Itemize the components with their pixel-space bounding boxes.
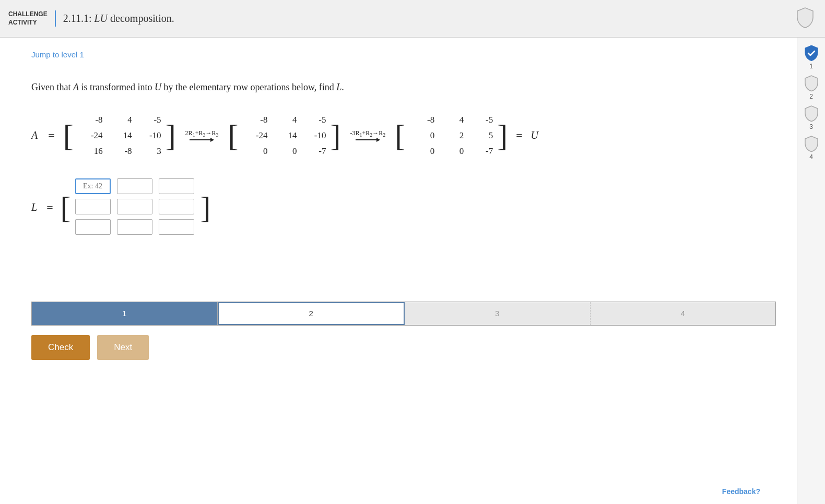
op2-text: -3R1+R2→R2 — [350, 129, 385, 138]
matrix-u-brackets: [ -84-502500-7 ] — [395, 111, 508, 161]
l-matrix-input-2-0[interactable] — [75, 219, 111, 235]
op1-arrow: 2R1+R3→R3 — [185, 129, 219, 142]
matrix-cell: -24 — [251, 130, 267, 141]
main-content: Jump to level 1 Given that A is transfor… — [0, 38, 825, 504]
l-matrix-input-1-1[interactable] — [117, 199, 152, 214]
challenge-title: 2.11.1: LU decomposition. — [63, 13, 174, 25]
bracket-right-u: ] — [497, 120, 508, 151]
bracket-left-a: [ — [63, 120, 74, 151]
next-button[interactable]: Next — [97, 335, 149, 360]
shield-icon-4 — [804, 136, 819, 152]
matrix-cell: 14 — [280, 130, 297, 141]
equals-1: = — [48, 129, 54, 142]
bracket-left-mid: [ — [228, 120, 238, 151]
matrix-equation: A = [ -84-5-2414-1016-83 ] 2R1+R3→R3 [ — [31, 111, 776, 161]
bracket-right-a: ] — [166, 120, 176, 151]
l-matrix-input-2-1[interactable] — [117, 219, 152, 235]
sidebar-level-4[interactable]: 4 — [804, 136, 819, 161]
progress-bar: 1234 — [31, 302, 776, 326]
matrix-cell: -5 — [309, 115, 326, 125]
matrix-cell: 16 — [86, 146, 103, 157]
matrix-u-grid: -84-502500-7 — [405, 111, 497, 161]
matrix-mid-brackets: [ -84-5-2414-1000-7 ] — [228, 111, 340, 161]
equals-2: = — [516, 129, 522, 142]
arrow-line-1 — [190, 138, 214, 142]
l-matrix-section: L = [ ] — [31, 176, 776, 239]
matrix-cell: -7 — [309, 146, 326, 157]
arrow-body-2 — [356, 139, 376, 140]
matrix-cell: 14 — [115, 130, 132, 141]
l-equals: = — [46, 201, 53, 214]
arrow-line-2 — [356, 138, 380, 142]
bracket-right-mid: ] — [330, 120, 340, 151]
bracket-right-l: ] — [201, 192, 211, 223]
matrix-cell: -24 — [86, 130, 103, 141]
matrix-cell: -5 — [476, 115, 493, 125]
matrix-cell: -10 — [309, 130, 326, 141]
matrix-a-label: A — [31, 129, 38, 141]
jump-to-level-link[interactable]: Jump to level 1 — [31, 50, 84, 59]
problem-text: Given that A is transformed into U by th… — [31, 80, 776, 95]
shield-icon-1 — [804, 45, 819, 62]
arrow-head-2 — [376, 138, 380, 142]
matrix-u-label: U — [531, 129, 538, 141]
l-label: L — [31, 201, 37, 213]
level-number-3: 3 — [809, 123, 813, 130]
matrix-cell: 2 — [447, 130, 464, 141]
level-number-1: 1 — [809, 63, 813, 70]
matrix-cell: -5 — [145, 115, 161, 125]
bracket-left-l: [ — [61, 192, 71, 223]
sidebar-level-2[interactable]: 2 — [804, 75, 819, 100]
matrix-cell: 0 — [418, 146, 434, 157]
matrix-cell: -8 — [418, 115, 434, 125]
progress-segment-3[interactable]: 3 — [405, 302, 591, 325]
matrix-cell: 0 — [280, 146, 297, 157]
level-number-4: 4 — [809, 153, 813, 161]
challenge-label: CHALLENGE ACTIVITY — [8, 10, 56, 27]
content-area: Jump to level 1 Given that A is transfor… — [0, 38, 797, 504]
shield-icon-2 — [804, 75, 819, 92]
l-matrix-brackets: [ ] — [61, 176, 211, 239]
l-matrix-input-0-1[interactable] — [117, 178, 152, 194]
matrix-cell: 3 — [145, 146, 161, 157]
matrix-cell: 5 — [476, 130, 493, 141]
l-matrix-input-0-0[interactable] — [75, 178, 111, 194]
check-button[interactable]: Check — [31, 335, 90, 360]
matrix-a-brackets: [ -84-5-2414-1016-83 ] — [63, 111, 176, 161]
buttons-row: Check Next — [31, 335, 776, 360]
progress-segment-1[interactable]: 1 — [32, 302, 218, 325]
matrix-cell: 4 — [115, 115, 132, 125]
top-bar: CHALLENGE ACTIVITY 2.11.1: LU decomposit… — [0, 0, 825, 38]
op1-text: 2R1+R3→R3 — [185, 129, 219, 138]
level-number-2: 2 — [809, 93, 813, 100]
l-matrix-input-1-0[interactable] — [75, 199, 111, 214]
matrix-cell: 4 — [447, 115, 464, 125]
progress-segment-2[interactable]: 2 — [218, 302, 405, 325]
l-input-grid — [71, 176, 201, 239]
matrix-cell: -8 — [251, 115, 267, 125]
matrix-cell: -7 — [476, 146, 493, 157]
l-matrix-input-0-2[interactable] — [159, 178, 194, 194]
matrix-cell: -8 — [86, 115, 103, 125]
shield-top-icon — [796, 7, 815, 31]
matrix-cell: 0 — [418, 130, 434, 141]
l-matrix-input-1-2[interactable] — [159, 199, 194, 214]
matrix-cell: -8 — [115, 146, 132, 157]
matrix-cell: -10 — [145, 130, 161, 141]
progress-section: 1234 Check Next — [31, 302, 776, 360]
arrow-head-1 — [210, 138, 214, 142]
matrix-cell: 0 — [447, 146, 464, 157]
matrix-cell: 4 — [280, 115, 297, 125]
feedback-link[interactable]: Feedback? — [722, 487, 760, 496]
matrix-mid-grid: -84-5-2414-1000-7 — [238, 111, 330, 161]
progress-segment-4[interactable]: 4 — [591, 302, 776, 325]
right-sidebar: 1234 — [797, 38, 825, 504]
matrix-a-grid: -84-5-2414-1016-83 — [74, 111, 166, 161]
shield-icon-3 — [804, 105, 819, 122]
sidebar-level-1[interactable]: 1 — [804, 45, 819, 70]
l-matrix-input-2-2[interactable] — [159, 219, 194, 235]
bracket-left-u: [ — [395, 120, 405, 151]
op2-arrow: -3R1+R2→R2 — [350, 129, 385, 142]
arrow-body-1 — [190, 139, 210, 140]
sidebar-level-3[interactable]: 3 — [804, 105, 819, 130]
